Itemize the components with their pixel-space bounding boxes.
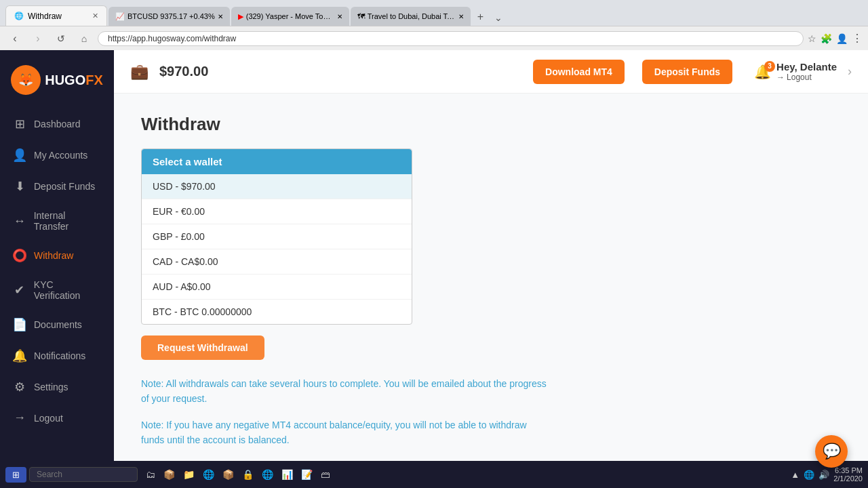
sidebar-item-deposit-funds[interactable]: ⬇ Deposit Funds [0, 171, 114, 202]
start-button[interactable]: ⊞ [5, 467, 26, 483]
dashboard-icon: ⊞ [12, 117, 27, 131]
note-2: Note: If you have any negative MT4 accou… [141, 418, 548, 448]
dropdown-option-eur[interactable]: EUR - €0.00 [142, 199, 412, 224]
header: 💼 $970.00 Download MT4 Deposit Funds 🔔 3… [114, 50, 868, 94]
balance-display: $970.00 [159, 64, 208, 79]
task-icon-6[interactable]: 🔒 [239, 468, 256, 481]
task-icon-4[interactable]: 🌐 [200, 468, 217, 481]
home-button[interactable]: ⌂ [75, 29, 94, 48]
wallet-dropdown[interactable]: Select a wallet USD - $970.00 EUR - €0.0… [141, 148, 412, 325]
sidebar-item-settings-label: Settings [34, 382, 68, 392]
new-tab-button[interactable]: + [472, 8, 489, 26]
task-icon-5[interactable]: 📦 [220, 468, 237, 481]
tab-travel-close[interactable]: ✕ [458, 13, 464, 20]
sidebar-item-internal-transfer[interactable]: ↔ Internal Transfer [0, 202, 114, 240]
my-accounts-icon: 👤 [12, 148, 27, 163]
tab-close-icon[interactable]: ✕ [92, 12, 98, 20]
task-icon-2[interactable]: 📦 [161, 468, 178, 481]
sidebar-item-dashboard[interactable]: ⊞ Dashboard [0, 108, 114, 140]
documents-icon: 📄 [12, 317, 27, 332]
logo-text: HUGOFX [45, 73, 103, 88]
sidebar-item-dashboard-label: Dashboard [34, 119, 81, 129]
task-icon-7[interactable]: 🌐 [259, 468, 276, 481]
sidebar-item-notifications-label: Notifications [34, 350, 85, 361]
chat-icon: 💬 [823, 443, 841, 460]
tray-network-icon[interactable]: 🌐 [804, 470, 814, 480]
tab-youtube[interactable]: ▶ (329) Yasper - Move Togeth... ✕ [231, 7, 349, 26]
task-icon-9[interactable]: 📝 [298, 468, 315, 481]
tray-volume-icon[interactable]: 🔊 [818, 470, 829, 480]
dropdown-option-gbp[interactable]: GBP - £0.00 [142, 224, 412, 249]
sidebar-item-deposit-label: Deposit Funds [34, 181, 95, 192]
sidebar-item-documents[interactable]: 📄 Documents [0, 309, 114, 340]
tab-travel[interactable]: 🗺 Travel to Dubai, Dubai Tour... ✕ [351, 7, 471, 26]
tab-btc-favicon: 📈 [115, 12, 125, 21]
user-profile-button[interactable]: 👤 [836, 33, 848, 44]
user-greeting: Hey, Delante [776, 61, 837, 73]
notifications-icon: 🔔 [12, 348, 27, 363]
tab-travel-favicon: 🗺 [357, 12, 365, 20]
taskbar-clock: 6:35 PM 2/1/2020 [833, 466, 863, 483]
sidebar-item-settings[interactable]: ⚙ Settings [0, 371, 114, 403]
task-icon-10[interactable]: 🗃 [318, 468, 333, 481]
back-button[interactable]: ‹ [5, 29, 24, 48]
tab-yt-label: (329) Yasper - Move Togeth... [246, 12, 334, 20]
tab-withdraw[interactable]: 🌐 Withdraw ✕ [5, 5, 107, 26]
logo-avatar: 🦊 [11, 65, 41, 95]
sidebar: 🦊 HUGOFX ⊞ Dashboard 👤 My Accounts ⬇ Dep… [0, 50, 114, 461]
notifications-button[interactable]: 🔔 3 [754, 64, 771, 80]
notification-badge: 3 [764, 61, 775, 72]
address-input[interactable] [98, 31, 804, 46]
sidebar-item-documents-label: Documents [34, 319, 82, 330]
system-tray: ▲ 🌐 🔊 6:35 PM 2/1/2020 [791, 466, 863, 483]
request-withdrawal-button[interactable]: Request Withdrawal [141, 336, 264, 360]
tab-yt-favicon: ▶ [238, 12, 243, 21]
dropdown-option-btc[interactable]: BTC - BTC 0.00000000 [142, 300, 412, 324]
kyc-icon: ✔ [12, 283, 27, 298]
menu-button[interactable]: ⋮ [852, 32, 863, 45]
user-info: Hey, Delante → Logout [776, 61, 837, 82]
tab-withdraw-favicon: 🌐 [14, 12, 24, 20]
task-icon-8[interactable]: 📊 [279, 468, 296, 481]
bookmark-button[interactable]: ☆ [808, 33, 816, 44]
sidebar-item-withdraw[interactable]: ⭕ Withdraw [0, 240, 114, 271]
sidebar-item-notifications[interactable]: 🔔 Notifications [0, 340, 114, 371]
dropdown-option-cad[interactable]: CAD - CA$0.00 [142, 249, 412, 274]
taskbar-search[interactable] [29, 467, 138, 482]
dropdown-option-aud[interactable]: AUD - A$0.00 [142, 274, 412, 300]
task-icon-3[interactable]: 📁 [180, 468, 197, 481]
sidebar-item-kyc[interactable]: ✔ KYC Verification [0, 271, 114, 309]
tab-overflow[interactable]: ⌄ [490, 9, 507, 26]
header-user: 🔔 3 Hey, Delante → Logout [754, 61, 837, 82]
deposit-funds-button[interactable]: Deposit Funds [642, 60, 732, 84]
extension-button[interactable]: 🧩 [821, 33, 832, 44]
sidebar-item-my-accounts[interactable]: 👤 My Accounts [0, 140, 114, 171]
tray-up-icon[interactable]: ▲ [791, 470, 800, 480]
header-expand-button[interactable]: › [848, 64, 852, 79]
deposit-icon: ⬇ [12, 179, 27, 194]
page-body: Withdraw Select a wallet USD - $970.00 E… [114, 94, 868, 461]
tab-btcusd[interactable]: 📈 BTCUSD 9375.17 +0.43% ✕ [108, 7, 230, 26]
sidebar-item-logout[interactable]: → Logout [0, 403, 114, 433]
refresh-button[interactable]: ↺ [52, 29, 71, 48]
sidebar-item-transfer-label: Internal Transfer [34, 210, 102, 232]
tab-yt-close[interactable]: ✕ [337, 13, 342, 20]
sidebar-item-logout-label: Logout [34, 413, 63, 424]
tab-withdraw-label: Withdraw [28, 12, 62, 21]
logout-icon: → [12, 411, 27, 425]
tab-travel-label: Travel to Dubai, Dubai Tour... [368, 12, 456, 20]
chat-bubble[interactable]: 💬 [815, 435, 848, 468]
wallet-icon: 💼 [130, 63, 149, 81]
sidebar-item-withdraw-label: Withdraw [34, 250, 73, 261]
logo: 🦊 HUGOFX [0, 57, 114, 108]
taskbar: ⊞ 🗂 📦 📁 🌐 📦 🔒 🌐 📊 📝 🗃 ▲ 🌐 🔊 6:35 PM 2/1/… [0, 461, 868, 488]
download-mt4-button[interactable]: Download MT4 [533, 60, 625, 84]
withdraw-icon: ⭕ [12, 248, 27, 263]
task-icon-1[interactable]: 🗂 [143, 468, 158, 481]
tab-btc-close[interactable]: ✕ [218, 13, 223, 20]
dropdown-option-usd[interactable]: USD - $970.00 [142, 174, 412, 199]
note-1: Note: All withdrawals can take several h… [141, 376, 548, 407]
forward-button[interactable]: › [28, 29, 47, 48]
logout-link[interactable]: → Logout [776, 73, 812, 82]
dropdown-header[interactable]: Select a wallet [142, 149, 412, 174]
